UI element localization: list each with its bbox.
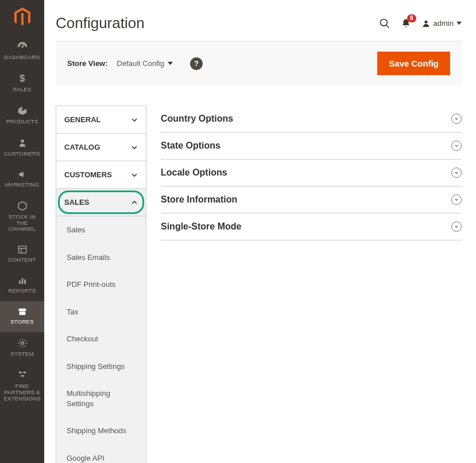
nav-content-label: CONTENT (8, 257, 36, 263)
subitem-label: Shipping Methods (67, 426, 126, 435)
layout-icon (17, 245, 28, 254)
section-title: Single-Store Mode (161, 221, 241, 232)
subitem-sales-emails[interactable]: Sales Emails (56, 244, 146, 271)
page-header: Configuration 8 admin (56, 0, 462, 41)
nav-content[interactable]: CONTENT (0, 239, 44, 270)
section-title: Store Information (161, 194, 237, 205)
svg-text:$: $ (20, 73, 25, 83)
nav-partners-label: FIND PARTNERS & EXTENSIONS (2, 383, 42, 402)
scope-help-icon[interactable]: ? (190, 57, 203, 70)
magento-logo[interactable] (0, 0, 44, 34)
section-title: State Options (161, 141, 220, 151)
nav-system-label: SYSTEM (10, 351, 34, 357)
subitem-sales[interactable]: Sales (56, 216, 146, 244)
nav-stock[interactable]: STOCK IN THE CHANNEL (0, 195, 44, 240)
header-actions: 8 admin (379, 18, 462, 29)
chevron-down-icon (131, 116, 138, 123)
svg-rect-4 (18, 246, 26, 253)
section-title: Country Options (161, 114, 233, 124)
subitem-label: Tax (67, 308, 78, 316)
chevron-down-icon (131, 172, 138, 178)
expand-icon (451, 194, 462, 205)
nav-stores[interactable]: STORES (0, 301, 44, 332)
scope-bar: Store View: Default Config ? Save Config (56, 41, 462, 85)
tab-catalog[interactable]: CATALOG (56, 134, 146, 161)
admin-user-menu[interactable]: admin (421, 19, 462, 28)
tab-general-label: GENERAL (64, 115, 101, 124)
svg-rect-7 (19, 281, 21, 284)
expand-icon (451, 141, 462, 151)
store-icon (17, 307, 28, 316)
svg-rect-1 (22, 44, 24, 46)
page-title: Configuration (56, 14, 379, 32)
nav-sales-label: SALES (13, 87, 31, 93)
nav-sales[interactable]: $ SALES (0, 68, 44, 100)
svg-line-12 (386, 25, 389, 28)
megaphone-icon (17, 170, 28, 179)
gear-icon (17, 338, 28, 348)
section-title: Locale Options (161, 168, 227, 178)
subitem-google-api[interactable]: Google API (56, 445, 146, 463)
user-icon (421, 19, 431, 28)
subitem-multishipping[interactable]: Multishipping Settings (56, 380, 146, 417)
sales-subitems: Sales Sales Emails PDF Print-outs Tax Ch… (56, 216, 146, 463)
nav-stock-label: STOCK IN THE CHANNEL (2, 214, 42, 233)
scope-label: Store View: (67, 59, 108, 68)
nav-marketing[interactable]: MARKETING (0, 164, 44, 195)
subitem-shipping-settings[interactable]: Shipping Settings (56, 353, 146, 380)
section-store-information[interactable]: Store Information (161, 186, 462, 213)
nav-dashboard-label: DASHBOARD (4, 55, 40, 61)
svg-point-10 (21, 342, 24, 345)
tab-customers[interactable]: CUSTOMERS (56, 161, 146, 189)
bars-icon (17, 276, 28, 285)
boxes-icon (17, 370, 28, 380)
section-state-options[interactable]: State Options (161, 133, 462, 159)
nav-customers-label: CUSTOMERS (4, 151, 40, 157)
nav-reports[interactable]: REPORTS (0, 270, 44, 301)
subitem-label: Checkout (67, 334, 98, 343)
section-country-options[interactable]: Country Options (161, 106, 462, 133)
svg-point-13 (424, 20, 427, 23)
nav-marketing-label: MARKETING (5, 182, 39, 188)
section-locale-options[interactable]: Locale Options (161, 159, 462, 186)
subitem-label: Shipping Settings (67, 362, 125, 371)
subitem-shipping-methods[interactable]: Shipping Methods (56, 417, 146, 445)
notification-badge: 8 (407, 14, 416, 22)
search-icon[interactable] (379, 18, 390, 29)
subitem-pdf-printouts[interactable]: PDF Print-outs (56, 271, 146, 298)
tab-sales[interactable]: SALES (56, 189, 146, 216)
nav-system[interactable]: SYSTEM (0, 332, 44, 364)
subitem-label: Multishipping Settings (67, 389, 110, 408)
dollar-icon: $ (17, 73, 28, 84)
box-icon (17, 106, 28, 116)
nav-dashboard[interactable]: DASHBOARD (0, 34, 44, 68)
tab-general[interactable]: GENERAL (56, 106, 146, 134)
store-view-select[interactable]: Default Config (117, 59, 173, 68)
svg-point-11 (380, 19, 387, 26)
person-icon (18, 138, 27, 148)
expand-icon (451, 168, 462, 178)
config-content: GENERAL CATALOG CUSTOMERS SALES Sales Sa… (56, 106, 462, 463)
subitem-label: Sales Emails (67, 253, 110, 262)
nav-customers[interactable]: CUSTOMERS (0, 132, 44, 164)
admin-username: admin (434, 19, 454, 28)
subitem-checkout[interactable]: Checkout (56, 325, 146, 353)
config-sections: Country Options State Options Locale Opt… (161, 106, 462, 240)
section-single-store-mode[interactable]: Single-Store Mode (161, 213, 462, 240)
tab-customers-label: CUSTOMERS (64, 170, 112, 179)
save-config-button[interactable]: Save Config (377, 52, 450, 75)
chevron-down-icon (456, 21, 462, 26)
hexagon-icon (17, 201, 28, 211)
svg-rect-9 (24, 279, 26, 284)
subitem-tax[interactable]: Tax (56, 298, 146, 326)
expand-icon (451, 114, 462, 124)
expand-icon (451, 221, 462, 232)
tab-catalog-label: CATALOG (64, 143, 100, 151)
notifications-button[interactable]: 8 (401, 18, 411, 29)
svg-point-3 (21, 139, 24, 142)
tab-sales-label: SALES (64, 198, 89, 207)
nav-partners[interactable]: FIND PARTNERS & EXTENSIONS (0, 364, 44, 409)
subitem-label: Google API (67, 454, 105, 462)
nav-products[interactable]: PRODUCTS (0, 100, 44, 132)
nav-products-label: PRODUCTS (6, 119, 38, 125)
